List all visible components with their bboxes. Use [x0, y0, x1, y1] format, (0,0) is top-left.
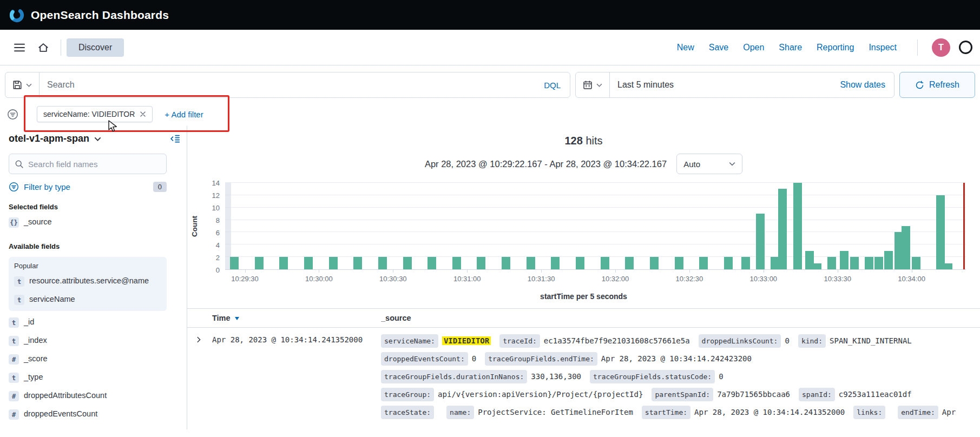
popular-heading: Popular	[14, 262, 161, 270]
histogram-bar[interactable]	[902, 226, 910, 269]
account-icon[interactable]	[959, 41, 972, 54]
home-icon	[37, 42, 49, 54]
histogram-bar[interactable]	[279, 257, 288, 269]
add-filter-button[interactable]: + Add filter	[165, 110, 203, 119]
product-title-primary: OpenSearch	[31, 9, 99, 21]
sort-desc-icon	[234, 316, 240, 321]
histogram-bar[interactable]	[576, 257, 584, 269]
x-tick-label: 10:31:00	[453, 275, 481, 283]
histogram-bar[interactable]	[625, 257, 634, 269]
histogram-bar[interactable]	[724, 257, 733, 269]
x-axis-labels: 10:29:3010:30:0010:30:3010:31:0010:31:30…	[225, 275, 966, 287]
histogram-bar[interactable]	[255, 257, 264, 269]
menu-button[interactable]	[8, 36, 31, 59]
field-item-serviceName[interactable]: tserviceName	[14, 290, 172, 309]
histogram-bar[interactable]	[502, 257, 510, 269]
histogram-bar[interactable]	[884, 251, 893, 269]
histogram-bar[interactable]	[650, 257, 659, 269]
histogram-bar[interactable]	[944, 263, 952, 269]
field-badge: links:	[853, 406, 885, 419]
popular-fields-block: Popular tresource.attributes.service@nam…	[9, 257, 167, 311]
field-item-_index[interactable]: t_index	[9, 332, 167, 350]
histogram-bar[interactable]	[699, 257, 708, 269]
histogram-bar[interactable]	[378, 257, 387, 269]
histogram-bar[interactable]	[874, 257, 883, 269]
histogram-bar[interactable]	[329, 257, 338, 269]
histogram-bar[interactable]	[230, 257, 239, 269]
collapse-sidebar-icon	[170, 134, 180, 144]
field-item-droppedAttributesCount[interactable]: #droppedAttributesCount	[9, 387, 167, 405]
filter-by-type-button[interactable]: Filter by type 0	[9, 182, 167, 192]
chevron-down-icon	[26, 83, 32, 87]
home-button[interactable]	[31, 36, 55, 59]
histogram-bar[interactable]	[793, 183, 802, 269]
field-item-_score[interactable]: #_score	[9, 350, 167, 368]
field-item-_source[interactable]: {}_source	[9, 213, 167, 231]
y-tick-label: 10	[212, 204, 220, 212]
x-tick-label: 10:34:00	[898, 275, 925, 283]
toolbar-action-reporting[interactable]: Reporting	[817, 43, 854, 52]
filter-pill-servicename[interactable]: serviceName: VIDIEDITOR	[37, 106, 153, 122]
x-axis-title: startTime per 5 seconds	[187, 292, 980, 301]
time-range-label[interactable]: Last 5 minutes	[610, 80, 831, 90]
user-avatar[interactable]: T	[932, 38, 950, 57]
collapse-sidebar-button[interactable]	[168, 131, 182, 146]
toolbar-action-inspect[interactable]: Inspect	[869, 43, 897, 52]
field-item-_id[interactable]: t_id	[9, 313, 167, 332]
histogram-bar[interactable]	[403, 257, 412, 269]
histogram-bar[interactable]	[813, 263, 821, 269]
histogram-bar[interactable]	[936, 195, 945, 269]
histogram-bar[interactable]	[353, 257, 362, 269]
histogram-bar[interactable]	[304, 257, 313, 269]
toolbar-action-open[interactable]: Open	[743, 43, 764, 52]
search-icon	[15, 160, 24, 169]
histogram-bar[interactable]	[675, 257, 683, 269]
filter-bar: serviceName: VIDIEDITOR + Add filter	[5, 102, 975, 126]
histogram-bar[interactable]	[452, 257, 461, 269]
toolbar-action-save[interactable]: Save	[709, 43, 728, 52]
field-item-resource.attributes.service@name[interactable]: tresource.attributes.service@name	[14, 272, 172, 290]
breadcrumb-discover[interactable]: Discover	[67, 38, 124, 57]
refresh-button[interactable]: Refresh	[899, 72, 975, 98]
histogram-bar[interactable]	[912, 257, 920, 269]
histogram-bar[interactable]	[840, 251, 849, 269]
histogram-plot[interactable]	[225, 183, 966, 270]
toolbar-divider	[61, 39, 61, 56]
quick-select-menu-button[interactable]	[576, 72, 610, 97]
field-item-_type[interactable]: t_type	[9, 368, 167, 387]
search-input[interactable]	[40, 80, 535, 90]
field-value: Apr 28, 2023 @ 10:34:14.242423200	[601, 354, 752, 363]
chart-header: Apr 28, 2023 @ 10:29:22.167 - Apr 28, 20…	[187, 154, 980, 174]
x-tick-label: 10:32:30	[676, 275, 703, 283]
histogram-bar[interactable]	[477, 257, 485, 269]
histogram-bar[interactable]	[778, 189, 787, 269]
histogram-bar[interactable]	[551, 257, 560, 269]
index-pattern-selector[interactable]: otel-v1-apm-span	[9, 133, 101, 144]
field-value: api/v{version:apiVersion}/Project/{proje…	[438, 390, 643, 399]
toolbar-action-new[interactable]: New	[677, 43, 694, 52]
histogram-bar[interactable]	[741, 257, 750, 269]
histogram-bar[interactable]	[850, 257, 859, 269]
histogram-bar[interactable]	[427, 257, 436, 269]
field-value: SPAN_KIND_INTERNAL	[830, 336, 912, 345]
histogram-bar[interactable]	[827, 257, 836, 269]
field-item-droppedEventsCount[interactable]: #droppedEventsCount	[9, 405, 167, 423]
histogram-bar[interactable]	[527, 257, 535, 269]
field-search-input[interactable]	[28, 160, 161, 169]
expand-row-button[interactable]	[194, 335, 203, 345]
x-tick-mark	[467, 270, 468, 273]
histogram-bar[interactable]	[601, 257, 609, 269]
remove-filter-icon[interactable]	[140, 111, 146, 117]
histogram-bar[interactable]	[865, 257, 873, 269]
toolbar-action-share[interactable]: Share	[779, 43, 802, 52]
time-column-header[interactable]: Time	[212, 314, 381, 322]
query-language-button[interactable]: DQL	[535, 81, 570, 90]
show-dates-button[interactable]: Show dates	[831, 80, 894, 90]
field-value: 0	[719, 372, 723, 381]
opensearch-logo-icon[interactable]	[9, 7, 25, 23]
saved-query-menu-button[interactable]	[5, 72, 40, 97]
field-badge: serviceName:	[381, 334, 438, 348]
interval-select[interactable]: Auto	[676, 154, 742, 174]
x-tick-mark	[912, 270, 912, 273]
histogram-bar[interactable]	[756, 214, 765, 269]
